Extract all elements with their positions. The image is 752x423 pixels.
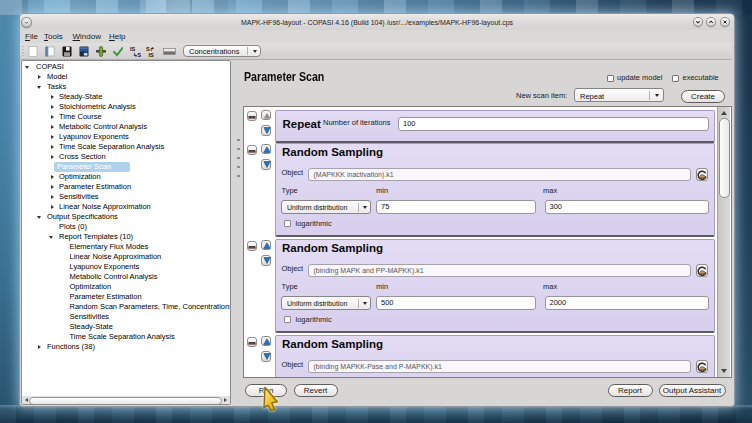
svg-text:IS: IS bbox=[149, 52, 155, 58]
svg-text:↳S: ↳S bbox=[133, 52, 141, 58]
